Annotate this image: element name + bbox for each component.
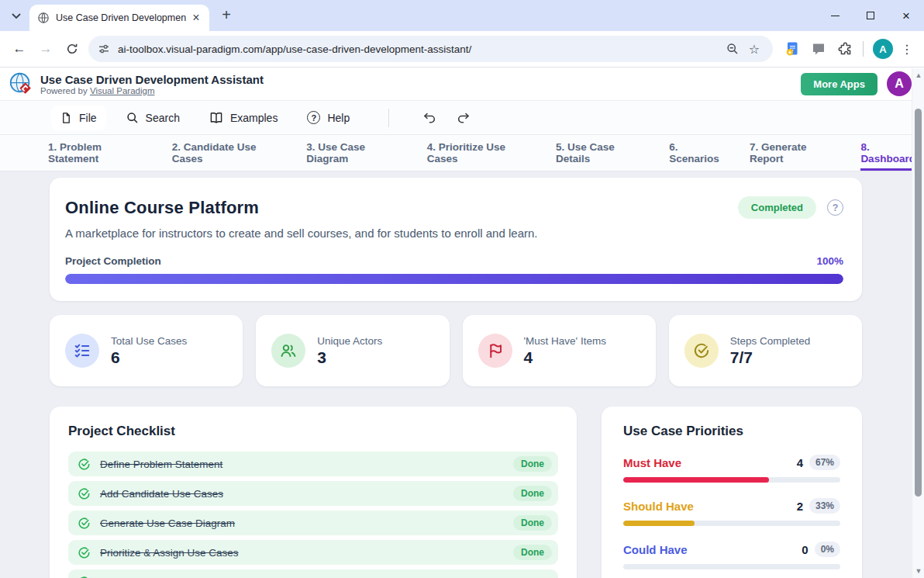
priorities-title: Use Case Priorities: [623, 424, 840, 439]
browser-menu-icon[interactable]: ⋮: [898, 42, 916, 57]
address-bar[interactable]: ai-toolbox.visual-paradigm.com/app/use-c…: [88, 36, 773, 62]
visual-paradigm-link[interactable]: Visual Paradigm: [90, 86, 155, 95]
zoom-out-icon[interactable]: [722, 38, 743, 60]
visual-paradigm-logo-icon: [8, 71, 34, 97]
bookmark-star-icon[interactable]: ☆: [743, 38, 765, 60]
app-menubar: File Search Examples ? Help: [0, 100, 924, 135]
menubar-divider: [388, 109, 389, 127]
forward-button[interactable]: →: [33, 36, 59, 62]
check-circle-icon: [78, 517, 91, 530]
close-icon: ×: [902, 9, 910, 22]
tab-close-icon[interactable]: ×: [189, 11, 203, 25]
more-apps-button[interactable]: More Apps: [801, 73, 877, 95]
checklist-item-label: Add Candidate Use Cases: [100, 488, 223, 500]
checklist-item-label: Generate Use Case Diagram: [100, 517, 235, 529]
priority-must-have: Must Have 4 67%: [623, 455, 840, 483]
priority-percent-badge: 67%: [809, 455, 840, 470]
browser-tab[interactable]: Use Case Driven Development A ×: [29, 5, 209, 31]
tab-use-case-details[interactable]: 5. Use Case Details: [556, 135, 647, 171]
scrollbar-thumb[interactable]: [915, 109, 922, 497]
priority-label: Should Have: [623, 500, 694, 513]
globe-icon: [37, 12, 50, 24]
tab-problem-statement[interactable]: 1. Problem Statement: [48, 135, 150, 171]
reload-icon: [66, 43, 78, 55]
dashboard-content: Online Course Platform Completed ? A mar…: [0, 171, 924, 578]
scroll-up-icon[interactable]: ▲: [912, 71, 924, 79]
tab-use-case-diagram[interactable]: 3. Use Case Diagram: [306, 135, 405, 171]
toolbar-divider: [863, 41, 864, 57]
stat-total-use-cases: Total Use Cases 6: [50, 315, 243, 386]
tab-scenarios[interactable]: 6. Scenarios: [669, 135, 728, 171]
project-checklist-card: Project Checklist Define Problem Stateme…: [50, 407, 577, 578]
checklist-item: Add Candidate Use Cases Done: [68, 481, 558, 506]
priority-bar-fill: [623, 521, 695, 526]
priority-should-have: Should Have 2 33%: [623, 498, 840, 526]
redo-icon[interactable]: [457, 111, 471, 124]
app-header: Use Case Driven Development Assistant Po…: [0, 67, 924, 100]
help-circle-icon[interactable]: ?: [827, 199, 843, 216]
checklist-item: Generate Use Case Diagram Done: [68, 511, 558, 535]
new-tab-button[interactable]: +: [215, 5, 237, 26]
back-button[interactable]: ←: [6, 36, 33, 62]
flag-icon: [478, 334, 512, 368]
priority-bar: [623, 521, 840, 526]
browser-profile-avatar[interactable]: A: [873, 39, 893, 59]
menu-help[interactable]: ? Help: [307, 111, 350, 124]
stat-cards: Total Use Cases 6 Unique Actors 3 'Mus: [50, 315, 862, 386]
tab-strip: Use Case Driven Development A × + ×: [0, 0, 924, 31]
tab-search-button[interactable]: [6, 5, 26, 26]
url-text: ai-toolbox.visual-paradigm.com/app/use-c…: [118, 43, 722, 55]
page-scrollbar[interactable]: ▲ ▼: [912, 68, 924, 578]
priority-bar: [623, 477, 840, 483]
maximize-button[interactable]: [853, 0, 888, 31]
step-tabbar: 1. Problem Statement 2. Candidate Use Ca…: [0, 135, 924, 171]
comment-icon[interactable]: [805, 37, 832, 61]
tab-generate-report[interactable]: 7. Generate Report: [750, 135, 839, 171]
stat-label: Unique Actors: [317, 335, 382, 347]
checklist-item-label: Prioritize & Assign Use Cases: [100, 547, 239, 559]
priority-count: 4: [797, 456, 803, 469]
priority-count: 0: [802, 543, 808, 556]
stat-value: 4: [524, 348, 606, 367]
stat-unique-actors: Unique Actors 3: [256, 315, 449, 386]
check-circle-icon: [684, 334, 719, 368]
check-circle-icon: [78, 546, 91, 559]
priority-could-have: Could Have 0 0%: [623, 542, 840, 569]
stat-label: Total Use Cases: [111, 335, 187, 347]
priority-percent-badge: 0%: [815, 542, 840, 557]
stat-label: Steps Completed: [730, 335, 811, 347]
docs-offline-icon[interactable]: [779, 37, 805, 61]
progress-label: Project Completion: [65, 255, 161, 267]
tab-prioritize-use-cases[interactable]: 4. Prioritize Use Cases: [427, 135, 534, 171]
reload-button[interactable]: [59, 36, 85, 62]
site-settings-icon[interactable]: [98, 43, 110, 55]
tab-candidate-use-cases[interactable]: 2. Candidate Use Cases: [172, 135, 284, 171]
priority-bar: [623, 564, 840, 569]
stat-value: 6: [111, 348, 187, 367]
menu-search[interactable]: Search: [126, 112, 180, 124]
help-icon: ?: [307, 111, 320, 124]
stat-value: 3: [317, 348, 382, 367]
done-badge: Done: [513, 456, 552, 472]
menu-file[interactable]: File: [51, 106, 106, 130]
use-case-priorities-card: Use Case Priorities Must Have 4 67% Shou…: [602, 407, 862, 578]
chevron-down-icon: [12, 9, 21, 22]
user-avatar[interactable]: A: [887, 71, 912, 96]
status-badge: Completed: [738, 196, 816, 219]
window-controls: ×: [817, 0, 924, 31]
search-icon: [126, 112, 139, 124]
scroll-down-icon[interactable]: ▼: [912, 567, 924, 575]
minimize-button[interactable]: [817, 0, 853, 31]
checklist-item: Prioritize & Assign Use Cases Done: [68, 540, 558, 565]
project-title: Online Course Platform: [65, 198, 259, 218]
browser-window: Use Case Driven Development A × + × ← → …: [0, 0, 924, 578]
stat-steps-completed: Steps Completed 7/7: [669, 315, 862, 386]
checklist-item: Define Problem Statement Done: [68, 452, 558, 476]
undo-icon[interactable]: [422, 111, 436, 124]
extensions-icon[interactable]: [832, 37, 858, 61]
menu-examples[interactable]: Examples: [209, 112, 278, 124]
close-button[interactable]: ×: [888, 0, 924, 31]
browser-toolbar: ← → ai-toolbox.visual-paradigm.com/app/u…: [0, 31, 924, 67]
progress-bar: [65, 274, 843, 284]
book-icon: [209, 112, 223, 124]
